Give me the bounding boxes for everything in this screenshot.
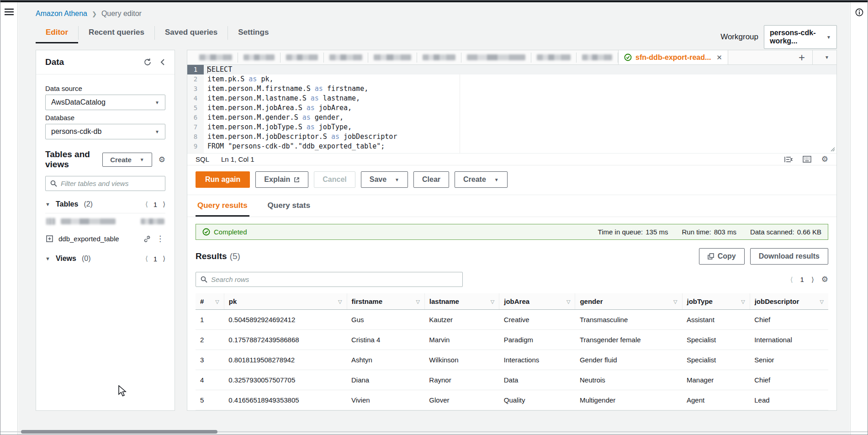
code-line[interactable]: item.person.M.jobArea.S as jobArea,: [204, 103, 836, 113]
table-list-item[interactable]: ddb_exported_table ⋮: [45, 229, 165, 248]
column-header[interactable]: lastname▽: [424, 293, 499, 310]
table-row[interactable]: 20.17578872439586868Cristina 4MarvinPara…: [196, 330, 828, 350]
sql-editor[interactable]: 123456789 SELECTitem.pk.S as pk,item.per…: [187, 65, 836, 154]
query-tab-redacted[interactable]: [281, 50, 323, 64]
results-header-row: #▽pk▽firstname▽lastname▽jobArea▽gender▽j…: [196, 293, 828, 310]
download-results-button[interactable]: Download results: [750, 248, 828, 265]
query-tab-redacted[interactable]: [417, 50, 461, 64]
gear-icon[interactable]: ⚙: [159, 155, 165, 164]
search-icon: [50, 180, 57, 187]
query-tab-redacted[interactable]: [577, 50, 618, 64]
breadcrumb-link-athena[interactable]: Amazon Athena: [36, 10, 87, 18]
filter-tables-input[interactable]: [61, 180, 160, 187]
resize-handle-icon[interactable]: [830, 146, 835, 152]
editor-code[interactable]: SELECTitem.pk.S as pk,item.person.M.firs…: [204, 65, 836, 153]
info-icon[interactable]: [851, 2, 868, 16]
collapse-panel-icon[interactable]: [160, 58, 165, 66]
filter-icon[interactable]: ▽: [741, 299, 745, 305]
filter-icon[interactable]: ▽: [491, 299, 494, 305]
search-rows-input[interactable]: [211, 276, 458, 283]
tab-saved-queries[interactable]: Saved queries: [155, 22, 228, 43]
tab-query-stats[interactable]: Query stats: [266, 195, 312, 217]
filter-icon[interactable]: ▽: [673, 299, 677, 305]
tab-editor[interactable]: Editor: [36, 22, 78, 43]
create-dropdown-button[interactable]: Create ▼: [455, 171, 508, 188]
filter-icon[interactable]: ▽: [820, 299, 824, 305]
views-section-toggle[interactable]: ▼ Views (0): [45, 255, 91, 263]
table-cell: Agent: [682, 390, 750, 410]
chevron-down-icon: ▼: [155, 129, 159, 134]
link-icon[interactable]: [143, 235, 151, 243]
clear-button[interactable]: Clear: [413, 171, 449, 188]
page-next-icon[interactable]: ⟩: [163, 255, 165, 263]
run-again-button[interactable]: Run again: [196, 171, 250, 188]
page-prev-icon[interactable]: ⟨: [790, 276, 793, 284]
top-nav-tabs: Editor Recent queries Saved queries Sett…: [18, 22, 850, 43]
tab-query-results[interactable]: Query results: [196, 195, 249, 217]
table-row[interactable]: 30.8018119508278942AshtynWilkinsonIntera…: [196, 350, 828, 370]
keyboard-shortcuts-icon[interactable]: [803, 154, 811, 164]
query-editor-panel: sfn-ddb-export-read... ✕ + ▼ 123456789 S…: [187, 50, 837, 411]
expand-table-icon[interactable]: [46, 235, 53, 242]
copy-button[interactable]: Copy: [699, 248, 745, 265]
tables-section-toggle[interactable]: ▼ Tables (2): [45, 200, 93, 208]
code-line[interactable]: FROM "persons-cdk-db"."ddb_exported_tabl…: [204, 142, 836, 151]
query-tab-redacted[interactable]: [324, 50, 368, 64]
page-prev-icon[interactable]: ⟨: [145, 200, 148, 208]
code-line[interactable]: SELECT: [204, 65, 836, 74]
query-tab-redacted[interactable]: [194, 50, 238, 64]
code-line[interactable]: item.person.M.firstname.S as firstname,: [204, 84, 836, 94]
table-list-item-redacted[interactable]: [45, 213, 165, 229]
filter-icon[interactable]: ▽: [215, 299, 219, 305]
tab-list-dropdown[interactable]: ▼: [812, 50, 836, 64]
hamburger-menu-icon[interactable]: [0, 2, 17, 16]
query-tab-redacted[interactable]: [368, 50, 417, 64]
column-header[interactable]: jobArea▽: [499, 293, 575, 310]
table-row[interactable]: 50.41656518949353805VivienGloverQualityM…: [196, 390, 828, 410]
column-header[interactable]: firstname▽: [347, 293, 424, 310]
table-row[interactable]: 40.3257930057507705DianaRaynorDataNeutro…: [196, 370, 828, 390]
autocomplete-settings-icon[interactable]: [784, 154, 793, 164]
column-label: jobType: [687, 297, 713, 305]
column-header[interactable]: pk▽: [224, 293, 347, 310]
data-source-select[interactable]: AwsDataCatalog ▼: [45, 95, 165, 110]
code-line[interactable]: item.person.M.jobType.S as jobType,: [204, 122, 836, 132]
query-tab-redacted[interactable]: [238, 50, 280, 64]
column-label: jobArea: [504, 297, 529, 305]
cancel-button[interactable]: Cancel: [314, 171, 355, 188]
column-header[interactable]: #▽: [196, 293, 224, 310]
tab-settings[interactable]: Settings: [228, 22, 279, 43]
filter-icon[interactable]: ▽: [566, 299, 570, 305]
save-button[interactable]: Save ▼: [361, 171, 408, 188]
query-tab-active[interactable]: sfn-ddb-export-read... ✕: [618, 50, 728, 64]
gear-icon[interactable]: ⚙: [821, 275, 828, 284]
line-number: 4: [187, 94, 204, 103]
filter-icon[interactable]: ▽: [416, 299, 419, 305]
refresh-icon[interactable]: [143, 58, 152, 66]
page-next-icon[interactable]: ⟩: [811, 276, 814, 284]
kebab-menu-icon[interactable]: ⋮: [156, 234, 164, 244]
page-prev-icon[interactable]: ⟨: [145, 255, 148, 263]
workgroup-select[interactable]: persons-cdk-workg... ▼: [764, 25, 837, 49]
gear-icon[interactable]: ⚙: [821, 154, 828, 164]
column-header[interactable]: gender▽: [575, 293, 682, 310]
tab-recent-queries[interactable]: Recent queries: [79, 22, 154, 43]
code-line[interactable]: item.person.M.gender.S as gender,: [204, 113, 836, 122]
database-label: Database: [45, 114, 165, 122]
new-tab-button[interactable]: +: [791, 51, 812, 64]
close-icon[interactable]: ✕: [716, 53, 722, 62]
query-tab-redacted[interactable]: [461, 50, 531, 64]
scrollbar-thumb[interactable]: [21, 430, 217, 434]
create-button[interactable]: Create ▼: [102, 153, 152, 167]
page-next-icon[interactable]: ⟩: [163, 200, 165, 208]
database-select[interactable]: persons-cdk-db ▼: [45, 124, 165, 139]
code-line[interactable]: item.pk.S as pk,: [204, 74, 836, 84]
column-header[interactable]: jobType▽: [682, 293, 750, 310]
explain-button[interactable]: Explain: [255, 171, 308, 188]
query-tab-redacted[interactable]: [531, 50, 576, 64]
filter-icon[interactable]: ▽: [338, 299, 342, 305]
code-line[interactable]: item.person.M.jobDescriptor.S as jobDesc…: [204, 132, 836, 142]
code-line[interactable]: item.person.M.lastname.S as lastname,: [204, 94, 836, 103]
table-row[interactable]: 10.5045892924692412GusKautzerCreativeTra…: [196, 310, 828, 330]
column-header[interactable]: jobDescriptor▽: [750, 293, 828, 310]
